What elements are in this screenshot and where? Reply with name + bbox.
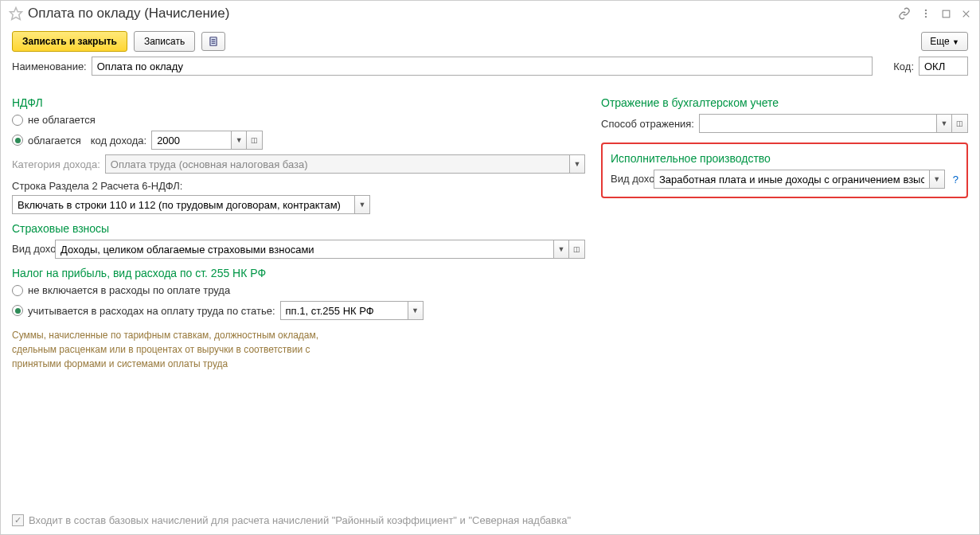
section2-dropdown[interactable]: ▼ [354, 195, 370, 214]
insurance-type-input[interactable] [55, 240, 553, 259]
accounting-method-open[interactable]: ◫ [952, 114, 968, 133]
profit-article-input[interactable] [280, 301, 408, 320]
accounting-header: Отражение в бухгалтерском учете [601, 96, 968, 109]
ndfl-header: НДФЛ [12, 96, 585, 109]
category-input [105, 154, 569, 174]
svg-point-2 [925, 13, 927, 14]
save-button[interactable]: Записать [134, 31, 195, 52]
category-dropdown: ▼ [569, 154, 585, 174]
accounting-method-dropdown[interactable]: ▼ [936, 114, 952, 133]
ndfl-not-taxed-label: не облагается [28, 114, 96, 126]
ndfl-taxed-label: облагается [28, 135, 81, 146]
income-code-input[interactable] [151, 131, 231, 150]
insurance-type-dropdown[interactable]: ▼ [553, 240, 569, 259]
insurance-type-open[interactable]: ◫ [569, 240, 585, 259]
svg-marker-0 [10, 8, 22, 20]
link-icon[interactable] [898, 7, 911, 20]
maximize-icon[interactable] [941, 9, 951, 19]
income-code-open[interactable]: ◫ [247, 131, 263, 150]
insurance-header: Страховые взносы [12, 222, 585, 235]
kebab-icon[interactable] [920, 8, 931, 19]
save-close-button[interactable]: Записать и закрыть [12, 31, 127, 52]
ndfl-taxed-radio[interactable] [12, 135, 23, 146]
profit-included-radio[interactable] [12, 305, 23, 316]
accounting-method-label: Способ отражения: [601, 118, 694, 130]
profit-note: Суммы, начисленные по тарифным ставкам, … [12, 328, 354, 371]
enforcement-box: Исполнительное производство Вид дохода: … [601, 143, 968, 198]
code-label: Код: [893, 61, 914, 72]
star-icon[interactable] [9, 6, 28, 21]
section2-label: Строка Раздела 2 Расчета 6-НДФЛ: [12, 180, 585, 192]
svg-point-1 [925, 10, 927, 11]
page-title: Оплата по окладу (Начисление) [28, 6, 898, 21]
close-icon[interactable] [961, 9, 971, 19]
section2-input[interactable] [12, 195, 354, 214]
profit-article-dropdown[interactable]: ▼ [408, 301, 424, 320]
toolbar: Записать и закрыть Записать Еще ▼ [1, 26, 979, 57]
code-input[interactable] [919, 57, 968, 76]
category-label: Категория дохода: [12, 158, 100, 170]
enforcement-help[interactable]: ? [953, 174, 959, 185]
more-button[interactable]: Еще ▼ [921, 32, 968, 51]
enforcement-header: Исполнительное производство [611, 152, 959, 165]
enforcement-type-dropdown[interactable]: ▼ [929, 170, 945, 189]
enforcement-type-input[interactable] [654, 170, 929, 189]
insurance-type-label: Вид дохода: [12, 243, 50, 256]
name-input[interactable] [92, 57, 873, 76]
svg-point-3 [925, 16, 927, 18]
profit-not-included-label: не включается в расходы по оплате труда [28, 284, 230, 296]
profit-tax-header: Налог на прибыль, вид расхода по ст. 255… [12, 267, 585, 279]
base-calc-label: Входит в состав базовых начислений для р… [29, 514, 571, 526]
name-label: Наименование: [12, 61, 87, 72]
profit-not-included-radio[interactable] [12, 285, 23, 296]
enforcement-type-label: Вид дохода: [611, 173, 649, 185]
svg-rect-4 [943, 10, 950, 18]
list-icon-button[interactable] [201, 32, 225, 51]
income-code-label: код дохода: [91, 135, 146, 146]
name-code-row: Наименование: Код: [1, 57, 979, 76]
footer: ✓ Входит в состав базовых начислений для… [12, 514, 571, 526]
accounting-method-input[interactable] [699, 114, 936, 133]
income-code-dropdown[interactable]: ▼ [231, 131, 247, 150]
ndfl-not-taxed-radio[interactable] [12, 115, 23, 126]
profit-included-label: учитывается в расходах на оплату труда п… [28, 305, 275, 317]
base-calc-checkbox: ✓ [12, 514, 24, 526]
titlebar: Оплата по окладу (Начисление) [1, 1, 979, 26]
